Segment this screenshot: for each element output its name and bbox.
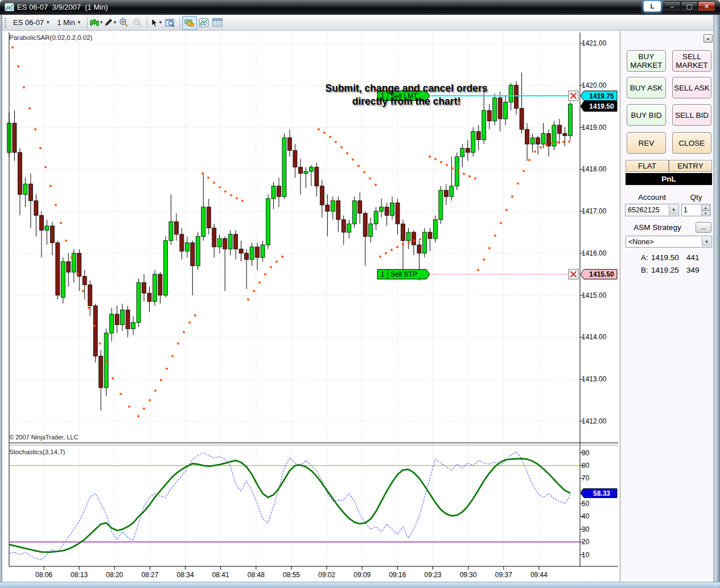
app-icon (5, 3, 14, 11)
chart-annotation: Submit, change and cancel orders directl… (253, 82, 560, 108)
interval-selector[interactable]: 1 Min ▼ (54, 17, 85, 28)
asm-strategy-label: ASM Strategy (620, 223, 694, 232)
chart-canvas[interactable]: 1421.001420.001419.001418.001417.001416.… (2, 31, 620, 582)
chart-toolbar: ES 06-07 ▼ 1 Min ▼ ▼ ▼ (2, 15, 713, 31)
link-button[interactable]: L (644, 1, 661, 11)
sell-market-button[interactable]: SELL MARKET (672, 50, 711, 72)
svg-text:08:48: 08:48 (248, 571, 265, 579)
zoom-in-icon (119, 18, 129, 27)
buy-ask-button[interactable]: BUY ASK (627, 77, 666, 98)
svg-text:50: 50 (582, 500, 590, 508)
tab-flat[interactable]: FLAT (626, 160, 669, 172)
money-hand-icon (184, 18, 195, 27)
svg-text:09:30: 09:30 (460, 571, 477, 579)
chart-area[interactable]: 1421.001420.001419.001418.001417.001416.… (2, 31, 620, 582)
chevron-down-icon: ▼ (99, 20, 104, 25)
window-title: ES 06-07 3/9/2007 (1 Min) (17, 3, 108, 11)
close-button[interactable]: ✕ (698, 1, 715, 11)
svg-text:09:23: 09:23 (425, 571, 442, 579)
toolbar-grip[interactable] (5, 18, 6, 28)
window-frame-right[interactable] (713, 15, 720, 588)
zoom-out-button[interactable] (131, 17, 145, 29)
svg-text:09:16: 09:16 (389, 571, 406, 579)
svg-text:1417.00: 1417.00 (582, 207, 607, 215)
pencil-icon (104, 18, 113, 27)
buy-bid-button[interactable]: BUY BID (627, 104, 666, 126)
qty-stepper[interactable]: ▲ ▼ (681, 204, 711, 216)
ask-size: 441 (686, 253, 700, 262)
svg-text:10: 10 (582, 551, 590, 559)
copyright-text: © 2007 NinjaTrader, LLC (9, 434, 78, 441)
window-frame-left (0, 15, 2, 588)
toolbar-separator (179, 17, 180, 28)
pnl-display: PnL (626, 173, 712, 185)
bid-side-label: B: (641, 266, 648, 274)
chevron-down-icon[interactable]: ▼ (702, 237, 711, 246)
svg-text:08:41: 08:41 (212, 571, 229, 579)
chevron-down-icon: ▼ (113, 20, 117, 25)
account-select[interactable]: 65262125 ▼ (625, 204, 679, 216)
buy-market-button[interactable]: BUY MARKET (627, 50, 666, 72)
new-chart-button[interactable] (197, 17, 211, 29)
title-bar: ES 06-07 3/9/2007 (1 Min) L – ▢ ✕ (0, 0, 720, 15)
strategy-value: <None> (628, 238, 653, 246)
account-label: Account (625, 193, 679, 202)
sell-bid-button[interactable]: SELL BID (672, 104, 711, 126)
zoom-in-button[interactable] (117, 17, 131, 29)
strategy-select[interactable]: <None> ▼ (626, 236, 712, 248)
draw-tool-button[interactable]: ▼ (104, 17, 117, 29)
svg-text:09:37: 09:37 (495, 571, 512, 579)
chevron-down-icon: ▼ (158, 20, 163, 25)
qty-down-button[interactable]: ▼ (701, 211, 710, 216)
svg-text:1: 1 (381, 270, 385, 278)
maximize-button[interactable]: ▢ (681, 1, 698, 11)
svg-text:1413.00: 1413.00 (582, 375, 607, 383)
instrument-selector[interactable]: ES 06-07 ▼ (10, 17, 54, 28)
sell-ask-button[interactable]: SELL ASK (672, 77, 711, 98)
svg-text:40: 40 (582, 512, 590, 520)
svg-text:1415.00: 1415.00 (582, 291, 607, 299)
close-position-button[interactable]: CLOSE (672, 132, 711, 154)
instrument-label: ES 06-07 (13, 18, 44, 27)
svg-text:09:02: 09:02 (318, 571, 335, 579)
qty-input[interactable] (682, 205, 700, 215)
svg-text:1412.00: 1412.00 (582, 417, 607, 425)
toolbar-separator (87, 17, 88, 28)
svg-text:1415.50: 1415.50 (589, 270, 614, 278)
annotation-line-1: Submit, change and cancel orders (253, 82, 560, 95)
sell-stp-cancel-button[interactable] (569, 269, 578, 279)
svg-text:90: 90 (582, 449, 590, 457)
svg-text:80: 80 (582, 462, 590, 470)
stoch-indicator-label: Stochastics(3,14,7) (9, 449, 65, 455)
bar-type-button[interactable]: ▼ (90, 17, 104, 29)
svg-text:30: 30 (582, 525, 590, 533)
cursor-icon (150, 18, 158, 27)
chart-trader-button[interactable] (182, 16, 197, 30)
interval-label: 1 Min (57, 18, 75, 27)
cursor-tool-button[interactable]: ▼ (150, 17, 163, 29)
svg-text:08:13: 08:13 (71, 571, 88, 579)
ask-side-label: A: (641, 253, 648, 262)
collapse-panel-button[interactable]: ▲ (703, 34, 713, 43)
svg-text:1416.00: 1416.00 (582, 249, 607, 257)
chart-trader-panel: ▲ BUY MARKET SELL MARKET BUY ASK SELL AS… (620, 31, 713, 582)
svg-text:08:27: 08:27 (141, 571, 158, 579)
data-grid-button[interactable] (211, 17, 224, 29)
svg-text:09:44: 09:44 (530, 571, 548, 579)
window-frame-bottom[interactable] (0, 582, 720, 588)
svg-text:08:34: 08:34 (177, 571, 194, 579)
reverse-button[interactable]: REV (627, 132, 666, 154)
svg-text:70: 70 (582, 474, 590, 482)
minimize-button[interactable]: – (664, 1, 681, 11)
grid-icon (212, 18, 223, 27)
svg-text:1420.00: 1420.00 (582, 81, 607, 89)
sell-lmt-cancel-button[interactable] (569, 91, 578, 101)
chevron-down-icon[interactable]: ▼ (669, 205, 678, 215)
svg-text:58.33: 58.33 (593, 490, 610, 497)
zoom-window-button[interactable] (163, 17, 177, 29)
qty-up-button[interactable]: ▲ (701, 205, 710, 211)
chart-icon (199, 18, 209, 27)
tab-entry[interactable]: ENTRY (669, 160, 712, 172)
asm-strategy-browse-button[interactable]: ... (696, 222, 711, 233)
account-value: 65262125 (628, 206, 660, 214)
